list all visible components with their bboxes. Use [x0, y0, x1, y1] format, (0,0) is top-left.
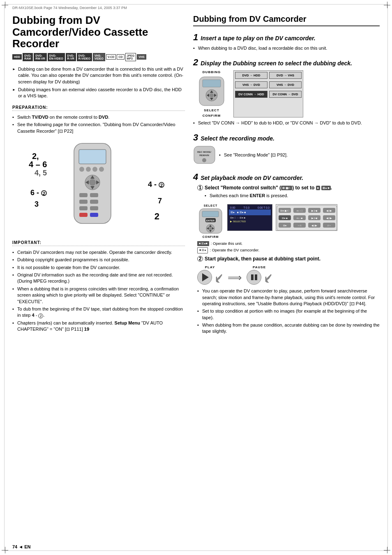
svg-text:⊞● ▣/□: ⊞● ▣/□ — [280, 210, 289, 212]
remote-illustration: 2, 4 – 6 4, 5 4 - 2 6 - 2 7 3 2 — [29, 139, 168, 234]
step-1-block: 1 Insert a tape to play on the DV camcor… — [193, 32, 380, 51]
substep-2-row: 2 Start playback, then pause at dubbing … — [197, 256, 380, 263]
pause-label: PAUSE — [253, 265, 266, 269]
right-title: Dubbing from DV Camcorder — [193, 14, 380, 26]
page-header: DR-MX10SE.book Page 74 Wednesday, Decemb… — [12, 6, 380, 10]
final-bullets: You can operate the DV camcorder to play… — [197, 288, 380, 335]
dubbing-options-grid: DVD → HDD DVD → VHS VHS → DVD VHS → DVD … — [233, 70, 303, 117]
imp-5: When a dubbing that is in progress coinc… — [12, 286, 185, 305]
svg-text:REC MODE/: REC MODE/ — [197, 151, 211, 153]
step-2-bullets: Select "DV CONN → HDD" to dub to HDD, or… — [193, 120, 380, 126]
select-confirm-widget: DUBBING — [193, 70, 230, 117]
intro-bullet-1: Dubbing can be done from a DV camcorder … — [12, 66, 185, 85]
svg-text:↕/↔: ↕/↔ — [327, 224, 332, 227]
step-4-text: Set playback mode on DV camcorder. — [201, 174, 303, 182]
imp-7: Chapters (marks) can be automatically in… — [12, 320, 185, 333]
pause-hand-cursor — [263, 272, 272, 283]
final-bullet-2: Set to stop condition at portion with no… — [197, 308, 380, 321]
format-badges: HDD DVD-RAM DVD-RW-VR DVD-EN-VIDEO DVD-R… — [12, 53, 185, 61]
substep-1-row: 1 Select "Remote control switch" (⊞ ▣/□)… — [197, 185, 380, 191]
step-1-heading: 1 Insert a tape to play on the DV camcor… — [193, 32, 380, 43]
substep-1-note: Switches each time ENTER is pressed. — [205, 193, 380, 199]
badge-dvd-ram: DVD-RAM — [23, 53, 33, 61]
select-label-widget: SELECT — [204, 108, 219, 112]
imp-1: Certain DV camcorders may not be operabl… — [12, 249, 185, 256]
intro-bullet-2: Dubbing images from an external video ca… — [12, 87, 185, 99]
badge-jpeg-mp3: JPEGMP3 — [125, 53, 136, 61]
step4-confirm-lbl: CONFIRM — [203, 235, 219, 238]
intro-bullets: Dubbing can be done from a DV camcorder … — [12, 66, 185, 99]
step4-select-lbl: SELECT — [204, 204, 218, 207]
play-btn-wrap: PLAY — [197, 265, 223, 285]
badge-dvd-r-vr: DVD-R-VR — [66, 53, 76, 61]
svg-point-23 — [210, 93, 214, 97]
svg-text:m→□: m→□ — [297, 210, 303, 212]
operate-unit-text: : Operate this unit. — [211, 241, 243, 246]
arrow-forward: ⟹ — [228, 272, 242, 283]
substep-1: 1 Select "Remote control switch" (⊞ ▣/□)… — [197, 185, 380, 253]
substep-2: 2 Start playback, then pause at dubbing … — [197, 256, 380, 335]
dub-opt-vhs-dvd2: VHS → DVD — [269, 81, 302, 88]
play-pause-area: PLAY ⟹ P — [197, 265, 380, 285]
dub-opt-dv-conn-dvd: DV CONN → DVD — [269, 91, 302, 98]
step-2-text: Display the Dubbing screen to select the… — [201, 60, 352, 67]
pause-btn-wrap: PAUSE — [247, 265, 272, 285]
badge-hdd: HDD — [12, 54, 22, 60]
header-text: DR-MX10SE.book Page 74 Wednesday, Decemb… — [12, 6, 127, 10]
svg-text:⊞● ■: ⊞● ■ — [282, 217, 288, 219]
imp-2: Dubbing copyright guarded programmes is … — [12, 257, 185, 263]
badge-vhs: VHS — [137, 54, 146, 60]
important-label: IMPORTANT: — [12, 240, 185, 246]
sc-remote-container — [195, 75, 228, 108]
step-label-7: 7 — [158, 197, 162, 205]
step-2-num: 2 — [193, 57, 198, 68]
svg-rect-19 — [90, 213, 98, 217]
dub-opt-dvd-hdd: DVD → HDD — [235, 72, 267, 79]
preparation-list: Switch TV/DVD on the remote control to D… — [12, 114, 185, 134]
dub-option-row-3: DV CONN → HDD DV CONN → DVD — [234, 90, 303, 99]
step-2-block: 2 Display the Dubbing screen to select t… — [193, 57, 380, 126]
remote-switch-icon: ⊞ ▣/□ — [281, 186, 292, 190]
svg-point-37 — [209, 227, 212, 230]
step-3-bullet: See "Recording Mode" [⊡ P92]. — [219, 152, 288, 158]
remote-svg — [49, 141, 140, 228]
step-1-num: 1 — [193, 32, 198, 43]
step-2-heading: 2 Display the Dubbing screen to select t… — [193, 57, 380, 68]
substep-2-num: 2 — [197, 256, 203, 262]
confirm-label-widget: CONFIRM — [203, 114, 221, 117]
unit-badge: ■ ⊞●■ — [197, 241, 209, 246]
svg-rect-21 — [203, 80, 221, 87]
prep-bullet-1: Switch TV/DVD on the remote control to D… — [12, 114, 185, 120]
svg-rect-13 — [90, 193, 98, 197]
svg-text:◀|/▶: ◀|/▶ — [326, 217, 332, 219]
crosshair-bottom-right — [384, 547, 390, 553]
rec-mode-btn-wrap: REC MODE/ REMAIN — [193, 145, 216, 166]
svg-text:◀|/▶: ◀|/▶ — [326, 210, 332, 212]
pause-btn[interactable] — [247, 270, 261, 285]
svg-point-4 — [92, 167, 97, 172]
badge-vcd: V-CD — [106, 54, 116, 60]
play-btn[interactable] — [197, 270, 212, 285]
remote-switch-icon3: ⊞● ■ — [321, 186, 330, 190]
rec-mode-area: REC MODE/ REMAIN See "Recording Mode" [⊡… — [193, 145, 380, 166]
play-label: PLAY — [205, 265, 215, 269]
svg-text:▶|/◀: ▶|/◀ — [311, 210, 317, 212]
svg-text:ENTER: ENTER — [206, 219, 215, 222]
imp-3: It is not possible to operate from the D… — [12, 265, 185, 271]
svg-point-5 — [99, 167, 104, 172]
final-bullet-3: When dubbing from the pause condition, a… — [197, 322, 380, 335]
svg-text:◀|/▶: ◀|/▶ — [311, 224, 317, 227]
step-1-bullets: When dubbing to a DVD disc, load a recor… — [193, 45, 380, 51]
step-2-bullet-1: Select "DV CONN → HDD" to dub to HDD, or… — [193, 120, 380, 126]
substep-1-note-1: Switches each time ENTER is pressed. — [205, 193, 380, 199]
step4-remote-wrap: ENTER — [197, 208, 224, 235]
step-3-bullet-list: See "Recording Mode" [⊡ P92]. — [219, 152, 288, 159]
dub-opt-dv-conn-hdd: DV CONN → HDD — [235, 91, 267, 98]
left-column: Dubbing from DV Camcorder/Video Cassette… — [12, 14, 185, 541]
step-label-4-6: 4 – 6 — [29, 160, 47, 169]
pause-bar-2 — [255, 274, 257, 280]
step-3-heading: 3 Select the recording mode. — [193, 132, 380, 143]
step-1-text: Insert a tape to play on the DV camcorde… — [201, 35, 315, 42]
svg-rect-17 — [90, 206, 98, 210]
svg-text:⊞●: ⊞● — [283, 224, 287, 227]
